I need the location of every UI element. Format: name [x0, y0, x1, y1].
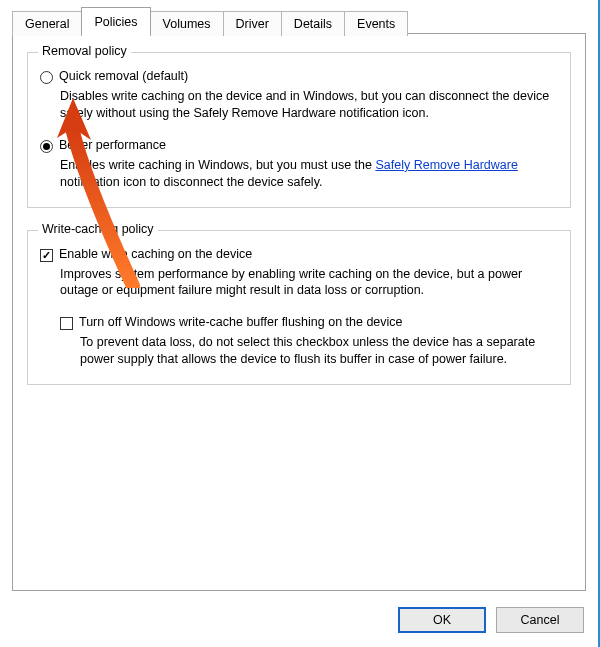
- checkbox-turn-off-flush[interactable]: Turn off Windows write-cache buffer flus…: [60, 315, 558, 330]
- tab-driver[interactable]: Driver: [223, 11, 282, 36]
- checkbox-enable-write-caching[interactable]: Enable write caching on the device: [40, 247, 558, 262]
- tab-events[interactable]: Events: [344, 11, 408, 36]
- checkbox-icon: [60, 317, 73, 330]
- group-write-caching: Write-caching policy Enable write cachin…: [27, 230, 571, 386]
- tab-strip: General Policies Volumes Driver Details …: [12, 7, 586, 35]
- tab-page-policies: Removal policy Quick removal (default) D…: [12, 33, 586, 591]
- radio-better-performance-label: Better performance: [59, 138, 166, 152]
- radio-circle-icon: [40, 140, 53, 153]
- radio-better-performance[interactable]: Better performance: [40, 138, 558, 153]
- radio-quick-removal[interactable]: Quick removal (default): [40, 69, 558, 84]
- radio-quick-removal-desc: Disables write caching on the device and…: [60, 88, 558, 122]
- desc-text: Enables write caching in Windows, but yo…: [60, 158, 375, 172]
- dialog-button-row: OK Cancel: [398, 607, 584, 633]
- ok-button[interactable]: OK: [398, 607, 486, 633]
- tab-general[interactable]: General: [12, 11, 82, 36]
- checkbox-icon: [40, 249, 53, 262]
- radio-quick-removal-label: Quick removal (default): [59, 69, 188, 83]
- group-removal-policy: Removal policy Quick removal (default) D…: [27, 52, 571, 208]
- tab-volumes[interactable]: Volumes: [150, 11, 224, 36]
- radio-better-performance-desc: Enables write caching in Windows, but yo…: [60, 157, 558, 191]
- tab-details[interactable]: Details: [281, 11, 345, 36]
- link-safely-remove-hardware[interactable]: Safely Remove Hardware: [375, 158, 517, 172]
- checkbox-turn-off-flush-desc: To prevent data loss, do not select this…: [80, 334, 558, 368]
- radio-circle-icon: [40, 71, 53, 84]
- tab-policies[interactable]: Policies: [81, 7, 150, 35]
- checkbox-enable-write-caching-label: Enable write caching on the device: [59, 247, 252, 261]
- properties-sheet: General Policies Volumes Driver Details …: [0, 0, 600, 647]
- desc-text: notification icon to disconnect the devi…: [60, 175, 322, 189]
- checkbox-enable-write-caching-desc: Improves system performance by enabling …: [60, 266, 558, 300]
- checkbox-turn-off-flush-label: Turn off Windows write-cache buffer flus…: [79, 315, 403, 329]
- cancel-button[interactable]: Cancel: [496, 607, 584, 633]
- group-legend-removal: Removal policy: [38, 44, 131, 58]
- group-legend-caching: Write-caching policy: [38, 222, 158, 236]
